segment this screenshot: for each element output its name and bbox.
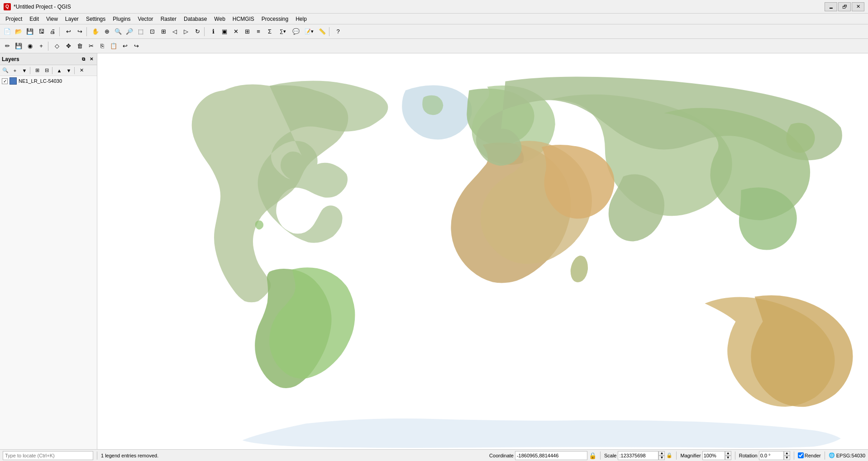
- toolbar-separator-3: [204, 27, 206, 36]
- delete-selected-button[interactable]: 🗑: [74, 41, 85, 52]
- attribute-table-button[interactable]: ⊞: [242, 26, 253, 37]
- vertex-tool-button[interactable]: ◇: [52, 41, 62, 52]
- magnifier-spinbox[interactable]: ▲▼: [702, 451, 731, 460]
- rotation-up-arrow[interactable]: ▲: [784, 451, 790, 456]
- layer-item[interactable]: ✓ NE1_LR_LC-54030: [0, 76, 97, 86]
- new-project-button[interactable]: 📄: [2, 26, 13, 37]
- redo-button[interactable]: ↪: [74, 26, 85, 37]
- world-map-svg: [97, 53, 868, 449]
- identify-button[interactable]: ℹ: [208, 26, 219, 37]
- copy-feature-button[interactable]: ⎘: [97, 41, 108, 52]
- collapse-all-button[interactable]: ⊟: [42, 66, 51, 75]
- expand-all-button[interactable]: ⊞: [33, 66, 42, 75]
- print-button[interactable]: 🖨: [47, 26, 58, 37]
- save-as-button[interactable]: 🖫: [36, 26, 47, 37]
- layer-checkbox[interactable]: ✓: [2, 78, 8, 84]
- scale-input[interactable]: [618, 451, 658, 460]
- magnifier-down-arrow[interactable]: ▼: [725, 456, 731, 460]
- open-layer-manager-button[interactable]: 🔍: [1, 66, 10, 75]
- scale-down-arrow[interactable]: ▼: [658, 456, 665, 460]
- statusbar-sep-1: [97, 451, 97, 460]
- move-feature-button[interactable]: ✥: [63, 41, 74, 52]
- render-checkbox[interactable]: [798, 452, 804, 458]
- maximize-button[interactable]: 🗗: [838, 2, 851, 11]
- deselect-button[interactable]: ✕: [230, 26, 241, 37]
- sum-button[interactable]: Σ: [264, 26, 275, 37]
- menu-layer[interactable]: Layer: [62, 14, 82, 24]
- zoom-to-layer-button[interactable]: ⊡: [147, 26, 157, 37]
- field-calc-button[interactable]: ∑▾: [276, 26, 290, 37]
- statusbar-sep-5: [794, 451, 794, 460]
- zoom-last-button[interactable]: ◁: [169, 26, 180, 37]
- magnifier-input[interactable]: [702, 451, 725, 460]
- digitize-button[interactable]: ◉: [24, 41, 35, 52]
- layers-close-button[interactable]: ✕: [88, 56, 95, 63]
- statusbar-sep-4: [735, 451, 735, 460]
- save-project-button[interactable]: 💾: [24, 26, 35, 37]
- refresh-button[interactable]: ↻: [192, 26, 203, 37]
- zoom-rubber-band-button[interactable]: ⬚: [135, 26, 146, 37]
- layers-float-button[interactable]: ⧉: [80, 56, 87, 63]
- menu-settings[interactable]: Settings: [82, 14, 109, 24]
- move-layer-up-button[interactable]: ▲: [55, 66, 64, 75]
- menu-raster[interactable]: Raster: [157, 14, 180, 24]
- open-project-button[interactable]: 📂: [13, 26, 24, 37]
- epsg-label: EPSG:54030: [836, 453, 865, 458]
- lt-sep-1: [30, 67, 32, 74]
- save-edits-button[interactable]: 💾: [13, 41, 24, 52]
- close-button[interactable]: ✕: [852, 2, 864, 11]
- add-feature-button[interactable]: +: [36, 41, 47, 52]
- epsg-display[interactable]: 🌐 EPSG:54030: [829, 452, 865, 458]
- lt-sep-3: [74, 67, 76, 74]
- undo-button[interactable]: ↩: [63, 26, 74, 37]
- menu-help[interactable]: Help: [292, 14, 310, 24]
- annotations-button[interactable]: 📝▾: [302, 26, 316, 37]
- pan-button[interactable]: ✋: [90, 26, 101, 37]
- help-button[interactable]: ?: [333, 26, 343, 37]
- select-feature-button[interactable]: ▣: [219, 26, 230, 37]
- toolbar-digitizing: ✏ 💾 ◉ + ◇ ✥ 🗑 ✂ ⎘ 📋 ↩ ↪: [0, 39, 868, 53]
- render-toggle[interactable]: Render: [798, 452, 821, 458]
- globe-icon: 🌐: [829, 452, 835, 458]
- menu-vector[interactable]: Vector: [134, 14, 157, 24]
- zoom-in-button[interactable]: 🔍: [113, 26, 124, 37]
- titlebar: Q *Untitled Project - QGIS 🗕 🗗 ✕: [0, 0, 868, 14]
- map-tips-button[interactable]: 💬: [291, 26, 301, 37]
- undo-edits-button[interactable]: ↩: [119, 41, 130, 52]
- menu-hcmgis[interactable]: HCMGIS: [229, 14, 258, 24]
- menu-project[interactable]: Project: [2, 14, 26, 24]
- menu-view[interactable]: View: [43, 14, 62, 24]
- rotation-input[interactable]: [759, 451, 784, 460]
- toggle-edit-button[interactable]: ✏: [2, 41, 13, 52]
- menu-processing[interactable]: Processing: [258, 14, 292, 24]
- scale-spinbox[interactable]: ▲▼: [618, 451, 665, 460]
- rotation-down-arrow[interactable]: ▼: [784, 456, 790, 460]
- map-canvas[interactable]: [97, 53, 868, 449]
- rotation-label: Rotation: [739, 453, 758, 458]
- pan-map-button[interactable]: ⊕: [101, 26, 112, 37]
- measure-button[interactable]: 📏: [317, 26, 328, 37]
- rotation-spinbox[interactable]: ▲▼: [759, 451, 790, 460]
- locate-input[interactable]: [3, 451, 93, 460]
- move-layer-down-button[interactable]: ▼: [64, 66, 73, 75]
- coordinate-input[interactable]: [515, 451, 587, 460]
- menubar: Project Edit View Layer Settings Plugins…: [0, 14, 868, 24]
- minimize-button[interactable]: 🗕: [825, 2, 837, 11]
- add-layer-button[interactable]: +: [10, 66, 19, 75]
- scale-up-arrow[interactable]: ▲: [658, 451, 665, 456]
- redo-edits-button[interactable]: ↪: [131, 41, 142, 52]
- menu-web[interactable]: Web: [210, 14, 229, 24]
- paste-feature-button[interactable]: 📋: [108, 41, 119, 52]
- menu-edit[interactable]: Edit: [26, 14, 43, 24]
- cut-feature-button[interactable]: ✂: [86, 41, 96, 52]
- remove-layer-button[interactable]: ✕: [77, 66, 86, 75]
- menu-database[interactable]: Database: [180, 14, 210, 24]
- zoom-next-button[interactable]: ▷: [181, 26, 191, 37]
- statistics-button[interactable]: ≡: [253, 26, 264, 37]
- zoom-full-button[interactable]: ⊞: [158, 26, 169, 37]
- layers-toolbar: 🔍 + ▼ ⊞ ⊟ ▲ ▼ ✕: [0, 65, 97, 76]
- menu-plugins[interactable]: Plugins: [109, 14, 134, 24]
- filter-layer-button[interactable]: ▼: [20, 66, 29, 75]
- magnifier-up-arrow[interactable]: ▲: [725, 451, 731, 456]
- zoom-out-button[interactable]: 🔎: [124, 26, 135, 37]
